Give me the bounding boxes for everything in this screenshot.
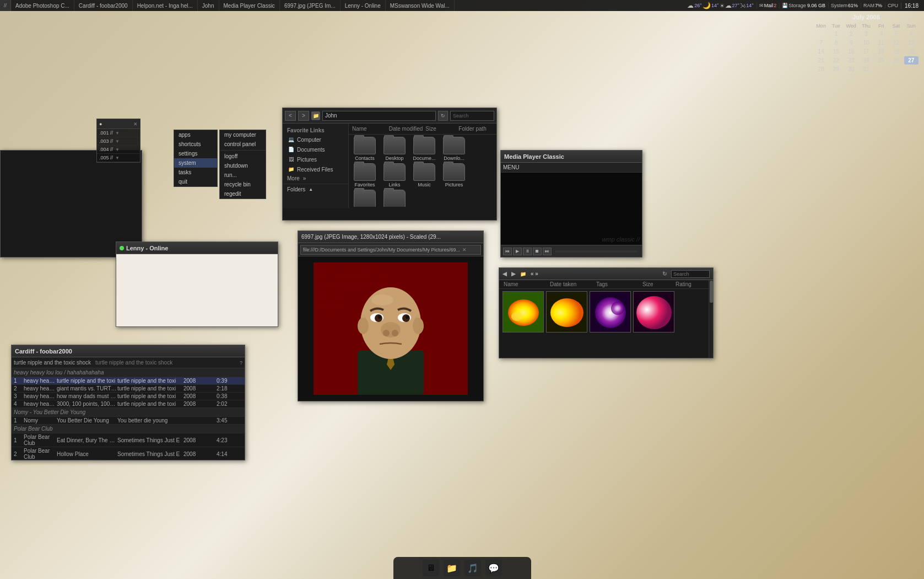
folder-downloads[interactable]: Downlo...: [440, 137, 468, 161]
folder-searches[interactable]: Searches: [351, 190, 379, 207]
fe-sidebar-pictures[interactable]: 🖼 Pictures: [283, 154, 348, 164]
widget-close[interactable]: ✕: [133, 121, 138, 127]
image-viewer-titlebar[interactable]: 6997.jpg (JPEG Image, 1280x1024 pixels) …: [298, 231, 483, 243]
dock-item-2[interactable]: 📁: [444, 560, 460, 576]
folder-desktop[interactable]: Desktop: [381, 137, 408, 161]
cal-day-16[interactable]: 16: [844, 47, 858, 56]
folder-contacts[interactable]: Contacts: [351, 137, 379, 161]
foobar-track-pbc-2[interactable]: 2 Polar Bear Club Hollow Place Sometimes…: [12, 447, 245, 460]
foobar-track-1-1[interactable]: 1 heavy heavy lou lou turtle nipple and …: [12, 377, 245, 385]
cal-day-4[interactable]: 4: [874, 30, 888, 38]
submenu-run[interactable]: run...: [220, 170, 266, 180]
cal-day-13[interactable]: 13: [904, 39, 918, 47]
cal-day-8[interactable]: 8: [829, 39, 843, 47]
foobar-track-1-4[interactable]: 4 heavy heavy lou lou 3000, 100 points, …: [12, 400, 245, 408]
photos-col-tags[interactable]: Tags: [596, 281, 642, 287]
submenu-mycomputer[interactable]: my computer: [220, 130, 266, 140]
col-date[interactable]: Date modified: [388, 125, 425, 133]
cal-day-18[interactable]: 18: [874, 47, 888, 56]
image-url-close[interactable]: ✕: [462, 247, 467, 253]
cal-day-1[interactable]: 1: [829, 30, 843, 38]
mp-stop-button[interactable]: ⏹: [533, 248, 542, 255]
task-jpeg[interactable]: 6997.jpg (JPEG Im...: [280, 0, 341, 11]
launcher-system[interactable]: system: [174, 158, 217, 168]
widget-arrow-2[interactable]: ▼: [115, 139, 120, 144]
cal-day-2[interactable]: 2: [844, 30, 858, 38]
mail-tray[interactable]: ✉ Mail 2: [757, 3, 779, 8]
photos-search-input[interactable]: [671, 270, 710, 278]
launcher-apps[interactable]: apps: [174, 130, 217, 140]
chat-titlebar[interactable]: Lenny - Online: [116, 242, 278, 254]
dock-item-1[interactable]: 🖥: [423, 560, 439, 576]
cal-day-10[interactable]: 10: [859, 39, 873, 47]
widget-arrow-1[interactable]: ▼: [115, 131, 120, 136]
cal-day-3[interactable]: 3: [859, 30, 873, 38]
fe-address-bar[interactable]: John: [322, 111, 436, 121]
photos-col-size[interactable]: Size: [642, 281, 676, 287]
launcher-tasks[interactable]: tasks: [174, 168, 217, 177]
cal-day-19[interactable]: 19: [889, 47, 903, 56]
cal-day-31[interactable]: 31: [859, 65, 873, 73]
cal-day-17[interactable]: 17: [859, 47, 873, 56]
task-mediaplayer[interactable]: Media Player Classic: [219, 0, 280, 11]
cal-day-5[interactable]: 5: [889, 30, 903, 38]
widget-arrow-4[interactable]: ▼: [115, 156, 120, 160]
foobar-titlebar[interactable]: Cardiff - foobar2000: [12, 345, 245, 357]
mp-play-button[interactable]: ▶: [513, 248, 522, 255]
photos-col-name[interactable]: Name: [504, 281, 550, 287]
foobar-track-nomy-1[interactable]: 1 Nomy You Better Die Young You better d…: [12, 417, 245, 425]
cal-day-25[interactable]: 25: [874, 56, 888, 65]
submenu-regedit[interactable]: regedit: [220, 189, 266, 199]
launcher-quit[interactable]: quit: [174, 177, 217, 186]
cal-day-12[interactable]: 12: [889, 39, 903, 47]
cal-day-27-today[interactable]: 27: [904, 56, 918, 65]
col-size[interactable]: Size: [424, 125, 457, 133]
task-foobar[interactable]: Cardiff - foobar2000: [74, 0, 133, 11]
media-player-titlebar[interactable]: Media Player Classic: [501, 151, 642, 163]
photos-scrollbar[interactable]: [709, 280, 713, 358]
widget-arrow-3[interactable]: ▼: [115, 147, 120, 152]
mp-pause-button[interactable]: ⏸: [523, 248, 532, 255]
task-lenny[interactable]: Lenny - Online: [341, 0, 386, 11]
cal-day-28[interactable]: 28: [814, 65, 828, 73]
folder-pictures[interactable]: Pictures: [440, 163, 468, 187]
folder-videos[interactable]: Videos: [381, 190, 408, 207]
cal-day-11[interactable]: 11: [874, 39, 888, 47]
cal-day-21[interactable]: 21: [814, 56, 828, 65]
photo-thumb-1[interactable]: [502, 291, 544, 333]
photo-thumb-2[interactable]: [546, 291, 587, 333]
launcher-shortcuts[interactable]: shortcuts: [174, 140, 217, 149]
folder-links[interactable]: Links: [381, 163, 408, 187]
cal-day-26[interactable]: 26: [889, 56, 903, 65]
foobar-track-1-3[interactable]: 3 heavy heavy lou lou how many dads must…: [12, 393, 245, 400]
photos-forward-btn[interactable]: ▶: [511, 271, 516, 277]
folder-favorites[interactable]: Favorites: [351, 163, 379, 187]
fe-sidebar-documents[interactable]: 📄 Documents: [283, 144, 348, 154]
cal-day-30[interactable]: 30: [844, 65, 858, 73]
cal-day-22[interactable]: 22: [829, 56, 843, 65]
photos-refresh-icon[interactable]: ↻: [662, 271, 667, 277]
photos-back-btn[interactable]: ◀: [502, 271, 507, 277]
mp-seekbar[interactable]: [555, 250, 637, 253]
cal-day-14[interactable]: 14: [814, 47, 828, 56]
cal-day-29[interactable]: 29: [829, 65, 843, 73]
widget-panel-titlebar[interactable]: ● ✕: [97, 119, 140, 129]
cal-day-9[interactable]: 9: [844, 39, 858, 47]
fe-sidebar-computer[interactable]: 💻 Computer: [283, 135, 348, 144]
task-photoshop[interactable]: Adobe Photoshop C...: [11, 0, 74, 11]
fe-search-input[interactable]: Search: [450, 111, 494, 121]
launcher-settings[interactable]: settings: [174, 149, 217, 158]
task-helpon[interactable]: Helpon.net - Inga hel...: [133, 0, 198, 11]
photo-thumb-3[interactable]: [590, 291, 631, 333]
image-viewer-url[interactable]: file:///D:/Documents and Settings/John/M…: [300, 245, 481, 255]
mp-prev-button[interactable]: ⏮: [503, 248, 512, 255]
foobar-track-pbc-1[interactable]: 1 Polar Bear Club Eat Dinner, Bury The D…: [12, 433, 245, 447]
photos-titlebar[interactable]: ◀ ▶ 📁 « » ↻: [499, 268, 713, 280]
submenu-recyclebin[interactable]: recycle bin: [220, 180, 266, 189]
task-msswanson[interactable]: MSswanson Wide Wal...: [386, 0, 455, 11]
fe-refresh-button[interactable]: ↻: [438, 111, 448, 121]
fe-sidebar-folders[interactable]: Folders ▲: [283, 185, 348, 194]
folder-music[interactable]: Music: [410, 163, 438, 187]
submenu-logoff[interactable]: logoff: [220, 152, 266, 161]
fe-sidebar-received-files[interactable]: 📁 Received Files: [283, 164, 348, 174]
